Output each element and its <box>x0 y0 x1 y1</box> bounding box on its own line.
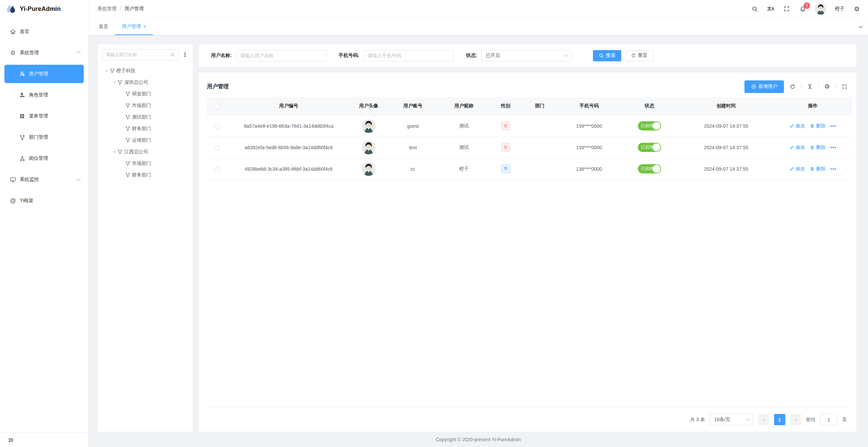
sidebar-item-dept-management[interactable]: 部门管理 <box>0 128 88 147</box>
edit-link[interactable]: 修改 <box>789 144 805 151</box>
fullscreen-icon[interactable] <box>783 5 790 13</box>
tree-node[interactable]: 运维部门 <box>102 135 189 146</box>
tree-node[interactable]: 研发部门 <box>102 88 189 100</box>
sidebar-item-user-management[interactable]: 用户管理 <box>4 65 84 83</box>
select-all-checkbox[interactable] <box>215 104 220 109</box>
row-checkbox[interactable] <box>215 167 220 172</box>
tree-node[interactable]: 测试部门 <box>102 111 189 123</box>
more-actions-icon[interactable]: ••• <box>830 145 836 150</box>
username-label: 用户名称: <box>211 52 232 59</box>
account-cell: guest <box>387 115 438 137</box>
tree-node[interactable]: ▾ 江西总公司 <box>102 146 189 158</box>
tree-node[interactable]: ▾ 深圳总公司 <box>102 77 189 88</box>
at-icon: @ <box>10 197 16 204</box>
add-user-button[interactable]: 新增用户 <box>744 80 784 93</box>
logo-row[interactable]: Yi-PureAdmin <box>0 0 88 18</box>
sidebar-item-system-monitor[interactable]: 系统监控 <box>0 170 88 189</box>
status-toggle[interactable]: 已启用 <box>638 164 661 173</box>
column-settings-gear-icon[interactable]: ⚙ <box>823 83 831 90</box>
more-actions-icon[interactable]: ••• <box>830 123 836 129</box>
created-cell: 2024-09-07 14:37:55 <box>678 115 774 137</box>
table-fullscreen-icon[interactable] <box>841 83 848 90</box>
page-number-button[interactable]: 1 <box>774 414 785 425</box>
tab-user-management[interactable]: 用户管理 × <box>115 18 153 35</box>
delete-link[interactable]: 删除 <box>810 144 825 151</box>
col-header-nickname: 用户昵称 <box>438 97 489 115</box>
sidebar-item-yi-frame[interactable]: @ Yi框架 <box>0 191 88 210</box>
col-header-status: 状态 <box>621 97 678 115</box>
bell-icon[interactable]: 7 <box>799 5 806 13</box>
phone-input[interactable] <box>363 50 454 61</box>
sidebar-item-label: 用户管理 <box>29 71 48 77</box>
status-toggle[interactable]: 已启用 <box>638 143 661 152</box>
table-header-row: 用户编号 用户头像 用户账号 用户昵称 性别 部门 手机号码 状态 创建时间 操… <box>207 97 852 115</box>
dept-cell <box>522 137 558 158</box>
phone-cell: 159****0000 <box>558 115 621 137</box>
sidebar-item-home[interactable]: 首页 <box>0 22 88 41</box>
sidebar-item-system-management[interactable]: ⚙ 系统管理 <box>0 44 88 62</box>
sidebar-item-label: 部门管理 <box>29 134 48 140</box>
prev-page-button[interactable]: ‹ <box>758 414 769 425</box>
avatar[interactable] <box>815 3 826 15</box>
delete-link[interactable]: 删除 <box>810 166 825 172</box>
reset-button[interactable]: 重置 <box>625 50 653 61</box>
row-checkbox[interactable] <box>215 124 220 129</box>
search-icon[interactable] <box>751 5 758 13</box>
row-density-icon[interactable] <box>806 83 814 90</box>
sidebar-item-menu-management[interactable]: 菜单管理 <box>0 107 88 125</box>
status-label: 状态: <box>466 52 477 59</box>
navbar-actions: 文A 7 橙子 ⚙ <box>751 3 861 15</box>
col-header-dept: 部门 <box>522 97 558 115</box>
tabs-menu-chevron-icon[interactable] <box>853 18 868 35</box>
tab-home[interactable]: 首页 <box>92 18 115 35</box>
caret-down-icon[interactable]: ▾ <box>111 80 117 85</box>
table-empty-space <box>207 180 848 407</box>
edit-link-label: 修改 <box>795 144 805 151</box>
sidebar-item-role-management[interactable]: 角色管理 <box>0 86 88 104</box>
username-input[interactable] <box>236 50 326 61</box>
next-page-button[interactable]: › <box>790 414 801 425</box>
col-header-account: 用户账号 <box>387 97 438 115</box>
page-size-select[interactable]: 10条/页 <box>710 414 753 425</box>
dept-search-input[interactable] <box>106 52 168 57</box>
close-tab-icon[interactable]: × <box>143 24 146 29</box>
username[interactable]: 橙子 <box>835 6 845 12</box>
department-tree-panel: ⋮ ▾ 橙子科技 ▾ 深圳总公司 研发部门 市 <box>98 44 193 432</box>
nickname-cell: 橙子 <box>438 158 489 180</box>
tree-node[interactable]: 财务部门 <box>102 123 189 135</box>
delete-link[interactable]: 删除 <box>810 123 825 129</box>
row-checkbox[interactable] <box>215 145 220 150</box>
tree-node[interactable]: 市场部门 <box>102 100 189 111</box>
dept-cell <box>522 115 558 137</box>
translate-icon[interactable]: 文A <box>767 5 774 13</box>
tree-node[interactable]: ▾ 橙子科技 <box>102 65 189 77</box>
tree-node-label: 测试部门 <box>132 114 151 120</box>
status-select[interactable]: 已开启 <box>481 50 572 61</box>
right-column: 用户名称: 手机号码: 状态: 已开启 搜索 重置 <box>199 44 856 432</box>
chevron-left-icon: ‹ <box>763 417 765 423</box>
user-table: 用户编号 用户头像 用户账号 用户昵称 性别 部门 手机号码 状态 创建时间 操… <box>207 97 852 180</box>
more-actions-icon[interactable]: ••• <box>830 166 836 172</box>
tree-more-icon[interactable]: ⋮ <box>181 51 189 58</box>
status-toggle[interactable]: 已启用 <box>638 121 661 130</box>
nickname-cell: 测试 <box>438 137 489 158</box>
edit-link[interactable]: 修改 <box>789 123 805 129</box>
caret-down-icon[interactable]: ▾ <box>103 69 110 73</box>
edit-link[interactable]: 修改 <box>789 166 805 172</box>
col-header-avatar: 用户头像 <box>350 97 387 115</box>
status-toggle-label: 已启用 <box>641 144 653 150</box>
search-button[interactable]: 搜索 <box>593 50 621 61</box>
branch-icon <box>117 80 123 86</box>
goto-page-input[interactable] <box>820 414 837 425</box>
caret-down-icon[interactable]: ▾ <box>111 150 117 154</box>
trash-icon <box>810 145 815 150</box>
tree-node[interactable]: 财务部门 <box>102 169 189 181</box>
status-toggle-label: 已启用 <box>641 123 653 129</box>
settings-gear-icon[interactable]: ⚙ <box>853 5 861 13</box>
tree-node[interactable]: 市场部门 <box>102 158 189 169</box>
collapse-sidebar-button[interactable] <box>7 437 14 443</box>
refresh-icon[interactable] <box>789 83 796 90</box>
sidebar-item-post-management[interactable]: 岗位管理 <box>0 149 88 168</box>
app-title: Yi-PureAdmin <box>20 5 61 13</box>
breadcrumb-item[interactable]: 系统管理 <box>97 6 116 12</box>
